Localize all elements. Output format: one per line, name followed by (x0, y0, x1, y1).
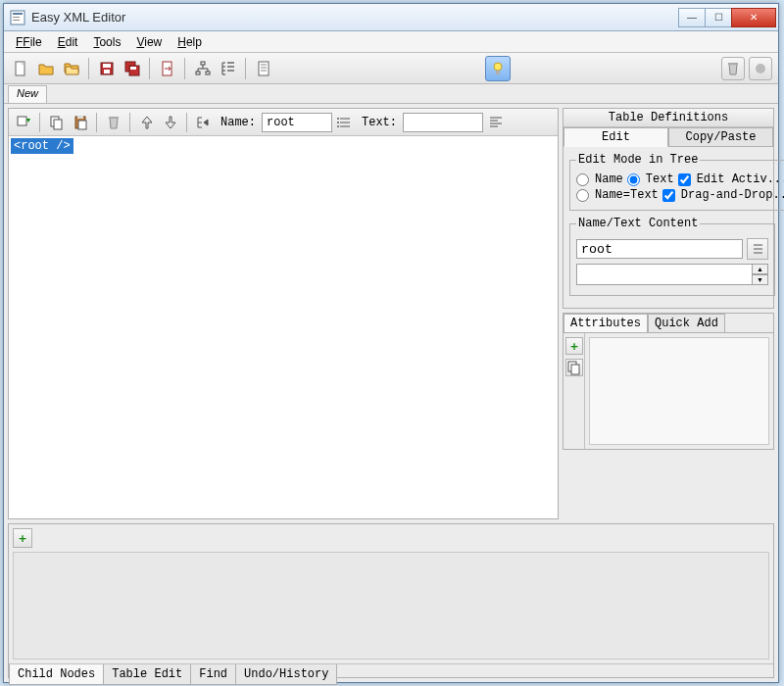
content-spinner-input[interactable] (576, 264, 753, 285)
maximize-button[interactable]: ☐ (705, 8, 732, 27)
table-definitions-panel: Table Definitions Edit Copy/Paste Edit M… (563, 108, 774, 309)
text-view-button[interactable] (252, 57, 275, 80)
table-definitions-heading: Table Definitions (564, 109, 773, 127)
node-name-input[interactable] (262, 113, 332, 132)
attributes-panel: Attributes Quick Add ＋ (563, 313, 774, 450)
svg-rect-3 (13, 20, 20, 21)
svg-rect-25 (728, 63, 738, 65)
menu-edit[interactable]: Edit (50, 33, 86, 51)
main-toolbar (4, 53, 778, 84)
add-child-button[interactable]: ＋ (13, 528, 32, 548)
save-button[interactable] (95, 57, 119, 80)
folder-stack-icon (64, 61, 79, 76)
close-button[interactable]: ✕ (731, 8, 776, 27)
arrow-up-icon (139, 115, 155, 130)
menu-tools[interactable]: Tools (85, 33, 128, 51)
tab-copy-paste[interactable]: Copy/Paste (668, 127, 773, 147)
minimize-button[interactable]: — (678, 8, 706, 27)
list-icon (337, 115, 353, 130)
tree-root-node[interactable]: <root /> (11, 138, 74, 154)
hint-button[interactable] (485, 56, 511, 81)
svg-rect-32 (77, 116, 83, 119)
move-up-button[interactable] (136, 112, 158, 133)
save-all-icon (124, 61, 140, 76)
open-file-button[interactable] (34, 57, 58, 80)
new-node-button[interactable]: ▾ (13, 112, 34, 133)
copy-icon (566, 360, 582, 375)
svg-rect-27 (18, 117, 26, 125)
svg-rect-13 (201, 62, 205, 65)
spinner-down[interactable]: ▼ (753, 274, 768, 285)
content-spinner[interactable]: ▲▼ (576, 264, 768, 285)
tab-child-nodes[interactable]: Child Nodes (9, 664, 104, 685)
save-icon (99, 61, 115, 76)
tree-button[interactable] (191, 57, 215, 80)
list-icon (750, 241, 765, 257)
open-folder-button[interactable] (60, 57, 83, 80)
copy-node-button[interactable] (46, 112, 68, 133)
name-text-input[interactable] (576, 239, 743, 259)
radio-name-text[interactable] (576, 189, 589, 202)
outline-button[interactable] (217, 57, 240, 80)
svg-rect-1 (13, 13, 23, 15)
titlebar: Easy XML Editor — ☐ ✕ (4, 4, 778, 31)
paste-node-button[interactable] (70, 112, 91, 133)
svg-point-39 (337, 122, 339, 123)
text-label: Text: (362, 116, 397, 129)
check-drag-drop[interactable] (662, 189, 675, 202)
svg-rect-8 (104, 70, 110, 74)
svg-rect-24 (496, 71, 500, 74)
tree-view[interactable]: <root /> (9, 136, 558, 518)
copy-attribute-button[interactable] (565, 359, 583, 376)
name-label: Name: (220, 116, 256, 129)
document-icon (256, 61, 271, 76)
name-text-list-button[interactable] (747, 238, 768, 260)
export-button[interactable] (156, 57, 179, 80)
save-all-button[interactable] (121, 57, 144, 80)
spinner-up[interactable]: ▲ (753, 264, 768, 274)
svg-rect-30 (54, 120, 62, 129)
move-down-button[interactable] (160, 112, 181, 133)
tab-attributes[interactable]: Attributes (564, 314, 648, 332)
edit-mode-legend: Edit Mode in Tree (576, 153, 700, 167)
lightbulb-icon (490, 61, 506, 76)
record-button[interactable] (749, 57, 772, 80)
tab-table-edit[interactable]: Table Edit (103, 664, 191, 685)
name-list-button[interactable] (334, 112, 356, 133)
svg-point-38 (337, 118, 339, 120)
attribute-list[interactable] (589, 337, 769, 445)
menu-view[interactable]: View (128, 33, 170, 51)
menu-help[interactable]: Help (170, 33, 210, 51)
new-node-icon: ▾ (16, 115, 31, 130)
edit-mode-group: Edit Mode in Tree Name Text Edit Activ..… (569, 153, 784, 211)
tab-undo-history[interactable]: Undo/History (235, 664, 337, 685)
child-nodes-area[interactable] (13, 552, 769, 660)
trash-button[interactable] (721, 57, 745, 80)
copy-icon (49, 115, 65, 130)
new-file-icon (13, 61, 28, 76)
delete-node-button[interactable] (103, 112, 124, 133)
align-icon (488, 115, 504, 130)
tab-find[interactable]: Find (190, 664, 236, 685)
radio-name[interactable] (576, 173, 589, 186)
document-tab[interactable]: New (8, 85, 47, 103)
arrow-down-icon (163, 115, 178, 130)
check-edit-active[interactable] (678, 173, 691, 186)
indent-button[interactable] (193, 112, 215, 133)
add-attribute-button[interactable]: ＋ (565, 337, 583, 355)
svg-rect-2 (13, 17, 20, 18)
radio-text[interactable] (627, 173, 640, 186)
paste-icon (73, 115, 88, 130)
text-align-button[interactable] (485, 112, 507, 133)
tab-quick-add[interactable]: Quick Add (648, 314, 725, 332)
node-text-input[interactable] (403, 113, 483, 132)
document-tab-bar: New (4, 84, 778, 104)
menu-file[interactable]: FFile (8, 33, 50, 51)
new-file-button[interactable] (9, 57, 32, 80)
bottom-panel: ＋ Child Nodes Table Edit Find Undo/Histo… (8, 523, 774, 678)
tab-edit[interactable]: Edit (564, 127, 668, 147)
name-text-content-group: Name/Text Content ▲▼ (569, 217, 775, 296)
svg-rect-14 (196, 72, 200, 74)
open-folder-icon (38, 61, 54, 76)
svg-point-23 (494, 63, 502, 71)
